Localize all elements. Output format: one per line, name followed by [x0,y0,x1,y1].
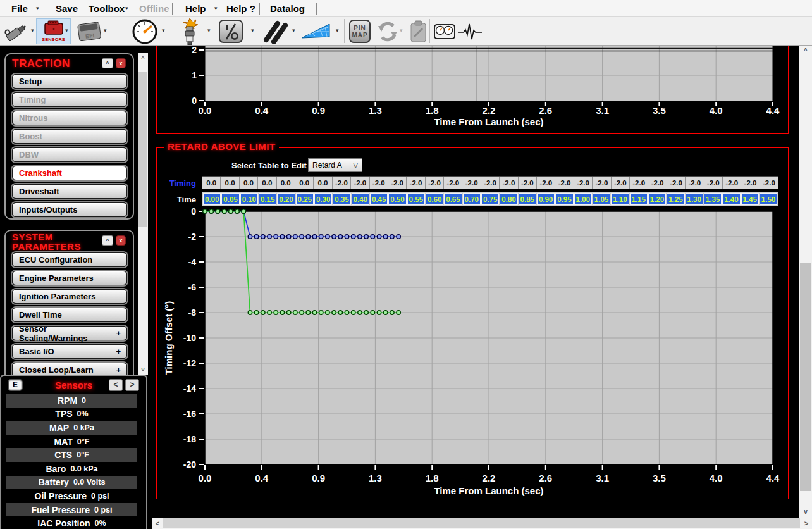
data-point[interactable] [312,311,316,314]
scrollbar-thumb[interactable] [800,263,811,491]
spark-plug-icon[interactable] [178,18,201,45]
data-point[interactable] [358,311,362,314]
collapse-button[interactable]: ^ [102,235,113,246]
pin-map-button[interactable]: PIN MAP [349,20,371,43]
data-point[interactable] [332,311,336,314]
data-point[interactable] [371,311,374,314]
data-point[interactable] [268,311,271,314]
data-point[interactable] [306,235,310,239]
data-point[interactable] [248,235,252,239]
sidebar-scrollbar[interactable]: ^ v [138,53,148,375]
data-point[interactable] [390,235,394,239]
chevron-down-icon[interactable]: ▾ [125,0,128,17]
data-point[interactable] [274,311,278,314]
data-point[interactable] [261,311,265,314]
chevron-down-icon[interactable]: ▾ [302,0,305,17]
data-point[interactable] [293,235,297,239]
data-point[interactable] [397,235,400,239]
data-point[interactable] [326,311,329,314]
data-point[interactable] [300,235,304,239]
data-point[interactable] [242,209,245,213]
data-point[interactable] [332,235,336,239]
data-point[interactable] [364,311,368,314]
data-point[interactable] [248,311,252,314]
menu-datalog[interactable]: Datalog [270,0,305,17]
sysparam-button-dwell-time[interactable]: Dwell Time [12,308,127,322]
chevron-down-icon[interactable]: ▾ [65,27,68,34]
fan-cone-icon[interactable] [300,21,333,42]
data-point[interactable] [280,235,284,239]
fuel-injector-icon[interactable] [4,19,30,44]
close-icon[interactable]: x [116,235,126,246]
gauge-icon[interactable] [132,18,158,45]
scroll-down-icon[interactable]: v [799,506,812,518]
data-point[interactable] [377,311,381,314]
collapse-button[interactable]: ^ [102,58,113,68]
io-icon[interactable] [219,20,243,43]
scrollbar-thumb[interactable] [163,518,800,528]
data-point[interactable] [319,311,323,314]
pulse-icon[interactable] [457,22,483,41]
expand-plus-icon[interactable]: + [116,328,121,338]
sensors-prev-button[interactable]: < [109,379,123,391]
chevron-down-icon[interactable]: ▾ [336,27,339,34]
data-point[interactable] [254,235,258,239]
data-point[interactable] [358,235,362,239]
data-point[interactable] [312,235,316,239]
data-point[interactable] [390,311,394,314]
data-point[interactable] [397,311,400,314]
data-point[interactable] [280,311,284,314]
data-point[interactable] [268,235,271,239]
close-icon[interactable]: x [116,58,126,68]
traction-button-crankshaft[interactable]: Crankshaft [12,166,127,180]
data-point[interactable] [338,311,342,314]
data-point[interactable] [286,311,290,314]
data-point[interactable] [300,311,304,314]
data-point[interactable] [216,209,219,213]
scroll-down-icon[interactable]: v [138,364,148,375]
scroll-up-icon[interactable]: ^ [138,53,148,63]
chevron-down-icon[interactable]: ▾ [292,27,295,34]
launch-chart[interactable]: 2100.00.40.91.31.82.22.63.13.54.04.4Time… [157,46,789,134]
data-point[interactable] [352,311,355,314]
sysparam-button-engine-parameters[interactable]: Engine Parameters [12,271,127,285]
menu-save[interactable]: Save [56,0,78,17]
data-point[interactable] [377,235,381,239]
data-point[interactable] [384,311,388,314]
data-point[interactable] [229,209,233,213]
sensors-next-button[interactable]: > [125,379,139,391]
chevron-down-icon[interactable]: ▾ [31,27,34,34]
data-point[interactable] [319,235,323,239]
menu-help-question[interactable]: Help ? [226,0,255,17]
data-point[interactable] [326,235,329,239]
vertical-scrollbar[interactable]: ^ v [799,46,812,518]
data-point[interactable] [261,235,265,239]
scroll-left-icon[interactable]: < [152,518,163,529]
data-point[interactable] [306,311,310,314]
data-point[interactable] [286,235,290,239]
data-point[interactable] [293,311,297,314]
chevron-down-icon[interactable]: ▾ [162,27,165,34]
traction-button-driveshaft[interactable]: Driveshaft [12,184,127,199]
horizontal-scrollbar[interactable]: < > [152,518,812,529]
data-point[interactable] [203,209,207,213]
data-point[interactable] [345,235,348,239]
data-point[interactable] [384,235,388,239]
data-point[interactable] [352,235,355,239]
sysparam-button-sensor-scaling-warnings[interactable]: Sensor Scaling/Warnings+ [12,326,127,340]
belt-icon[interactable] [261,19,290,44]
data-point[interactable] [254,311,258,314]
scrollbar-thumb[interactable] [138,72,147,227]
expand-plus-icon[interactable]: + [116,365,121,375]
data-point[interactable] [338,235,342,239]
retard-chart[interactable]: 0-2-4-6-8-10-12-14-16-18-200.00.40.91.31… [157,148,789,500]
gauges-button[interactable] [434,24,455,39]
data-point[interactable] [209,209,213,213]
traction-button-inputs-outputs[interactable]: Inputs/Outputs [12,202,127,217]
menu-file[interactable]: File [11,0,28,17]
efi-handheld-icon[interactable]: EFI [76,21,102,45]
sysparam-button-basic-i-o[interactable]: Basic I/O+ [12,344,127,359]
chevron-down-icon[interactable]: ▾ [251,27,254,34]
scroll-up-icon[interactable]: ^ [799,46,812,57]
data-point[interactable] [274,235,278,239]
